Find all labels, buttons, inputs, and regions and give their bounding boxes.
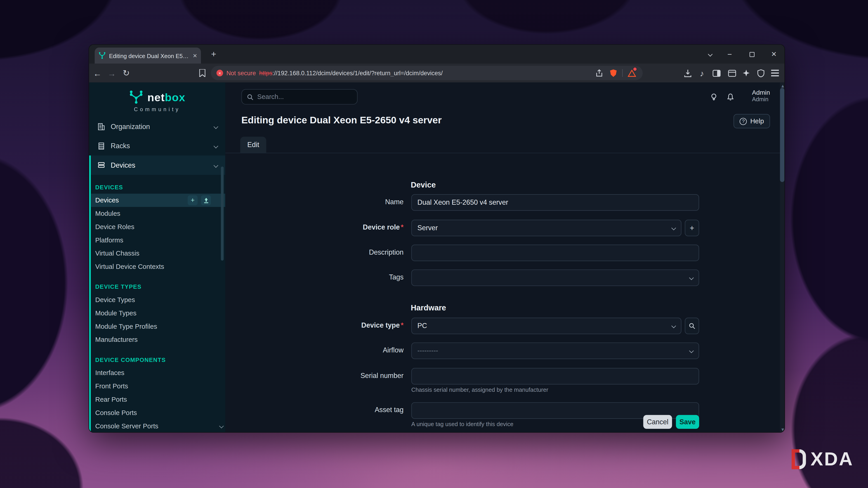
chevron-down-icon xyxy=(671,226,676,230)
tab-search-icon[interactable] xyxy=(703,47,717,61)
user-name: Admin xyxy=(752,89,770,96)
sidebar-item-racks[interactable]: Racks xyxy=(89,136,225,156)
tab-close-icon[interactable]: × xyxy=(193,52,197,59)
add-device-button[interactable]: + xyxy=(188,195,197,205)
netbox-logo[interactable]: netbox Community xyxy=(89,90,225,112)
serial-number-field[interactable] xyxy=(411,368,699,385)
new-tab-button[interactable]: + xyxy=(207,48,220,61)
sidebar-item-interfaces[interactable]: Interfaces xyxy=(91,366,225,380)
save-button[interactable]: Save xyxy=(676,415,699,429)
sidebar-item-console-server-ports[interactable]: Console Server Ports xyxy=(91,419,225,433)
cancel-button[interactable]: Cancel xyxy=(643,415,672,429)
menu-item-label: Virtual Chassis xyxy=(95,250,139,257)
menu-item-label: Platforms xyxy=(95,236,123,244)
brave-rewards-icon[interactable] xyxy=(626,68,637,78)
back-button[interactable]: ← xyxy=(91,66,104,80)
brave-shield-icon[interactable] xyxy=(608,68,619,78)
media-icon[interactable]: ♪ xyxy=(695,66,709,80)
url-scheme: https xyxy=(259,70,272,76)
sidebar-item-virtual-chassis[interactable]: Virtual Chassis xyxy=(91,247,225,260)
sidebar-item-organization[interactable]: Organization xyxy=(89,117,225,136)
downloads-icon[interactable] xyxy=(681,66,694,80)
split-view-icon[interactable] xyxy=(710,66,723,80)
user-role: Admin xyxy=(752,96,770,102)
device-type-value: PC xyxy=(417,322,427,330)
menu-item-label: Virtual Device Contexts xyxy=(95,263,164,270)
netbox-app: netbox Community Organization xyxy=(89,83,785,433)
search-icon xyxy=(247,93,253,101)
sidebar-item-label: Organization xyxy=(111,123,150,130)
tab-edit[interactable]: Edit xyxy=(240,137,266,153)
sidebar-item-devices-list[interactable]: Devices + xyxy=(91,194,225,207)
sidebar-item-front-ports[interactable]: Front Ports xyxy=(91,380,225,393)
sidebar-item-virtual-device-contexts[interactable]: Virtual Device Contexts xyxy=(91,260,225,273)
device-type-select[interactable]: PC xyxy=(411,318,682,334)
search-icon xyxy=(689,323,695,329)
sidebar-item-platforms[interactable]: Platforms xyxy=(91,233,225,247)
url-text[interactable]: https://192.168.0.112/dcim/devices/1/edi… xyxy=(259,70,590,76)
minimize-button[interactable]: − xyxy=(722,47,737,61)
security-status: Not secure xyxy=(226,70,256,76)
sidebar-item-manufacturers[interactable]: Manufacturers xyxy=(91,333,225,346)
browser-tab[interactable]: Editing device Dual Xeon E5-26 × xyxy=(95,48,201,64)
bookmark-icon[interactable] xyxy=(195,66,209,80)
device-role-select[interactable]: Server xyxy=(411,220,682,236)
sidebar-scroll-down-icon[interactable] xyxy=(220,420,223,430)
sidebar-item-module-types[interactable]: Module Types xyxy=(91,306,225,320)
sidebar-item-label: Devices xyxy=(111,161,135,169)
forward-button[interactable]: → xyxy=(105,66,119,80)
chevron-down-icon xyxy=(214,124,218,129)
help-button[interactable]: ? Help xyxy=(734,114,770,128)
device-section-heading: Device xyxy=(411,180,436,189)
sidebar-item-label: Racks xyxy=(111,142,130,150)
asset-tag-label: Asset tag xyxy=(225,406,404,414)
rack-icon xyxy=(97,141,106,150)
global-search[interactable] xyxy=(241,89,358,105)
quick-add-role-button[interactable]: + xyxy=(685,220,699,236)
menu-icon[interactable] xyxy=(768,66,782,80)
share-icon[interactable] xyxy=(593,68,604,78)
xda-logo-icon xyxy=(800,449,806,469)
sidebar-item-rear-ports[interactable]: Rear Ports xyxy=(91,393,225,406)
sidebar-nav: Organization Racks Devic xyxy=(89,117,225,175)
tags-select[interactable] xyxy=(411,269,699,286)
airflow-label: Airflow xyxy=(225,346,404,354)
devices-submenu: DEVICES Devices + Modules Device Roles P… xyxy=(91,175,225,433)
search-input[interactable] xyxy=(257,93,352,101)
tab-divider xyxy=(225,153,785,153)
main-content: Admin Admin Editing device Dual Xeon E5-… xyxy=(225,83,785,433)
leo-ai-icon[interactable] xyxy=(740,66,753,80)
sidebar-scrollbar[interactable] xyxy=(221,166,223,260)
airflow-select[interactable]: --------- xyxy=(411,343,699,359)
window-close-button[interactable]: × xyxy=(767,47,781,61)
theme-toggle-icon[interactable] xyxy=(707,90,720,103)
description-field[interactable] xyxy=(411,245,699,261)
tags-label: Tags xyxy=(225,273,404,281)
vpn-shield-icon[interactable] xyxy=(754,66,767,80)
xda-watermark: XDA xyxy=(792,448,854,470)
section-title-device-types: DEVICE TYPES xyxy=(91,280,225,293)
address-bar[interactable]: × Not secure https://192.168.0.112/dcim/… xyxy=(211,66,643,80)
sidebar-item-device-roles[interactable]: Device Roles xyxy=(91,220,225,234)
wallet-icon[interactable] xyxy=(725,66,739,80)
menu-item-label: Interfaces xyxy=(95,369,124,377)
menu-item-label: Front Ports xyxy=(95,382,128,390)
user-menu[interactable]: Admin Admin xyxy=(752,89,770,102)
sidebar-item-modules[interactable]: Modules xyxy=(91,207,225,220)
browse-device-type-button[interactable] xyxy=(685,318,699,334)
sidebar: netbox Community Organization xyxy=(89,83,225,433)
name-field[interactable] xyxy=(411,194,699,211)
notifications-bell-icon[interactable] xyxy=(723,90,737,103)
reload-button[interactable]: ↻ xyxy=(120,66,133,80)
maximize-button[interactable] xyxy=(745,47,759,61)
import-devices-button[interactable] xyxy=(201,195,211,205)
page-scrollbar-thumb[interactable] xyxy=(780,88,784,182)
required-marker: * xyxy=(401,223,403,231)
chevron-down-icon xyxy=(214,143,218,148)
url-rest: ://192.168.0.112/dcim/devices/1/edit/?re… xyxy=(272,70,442,76)
sidebar-item-console-ports[interactable]: Console Ports xyxy=(91,406,225,420)
sidebar-item-devices[interactable]: Devices xyxy=(89,156,225,175)
scroll-up-icon[interactable]: ▲ xyxy=(780,84,784,89)
sidebar-item-device-types[interactable]: Device Types xyxy=(91,293,225,306)
sidebar-item-module-type-profiles[interactable]: Module Type Profiles xyxy=(91,320,225,333)
